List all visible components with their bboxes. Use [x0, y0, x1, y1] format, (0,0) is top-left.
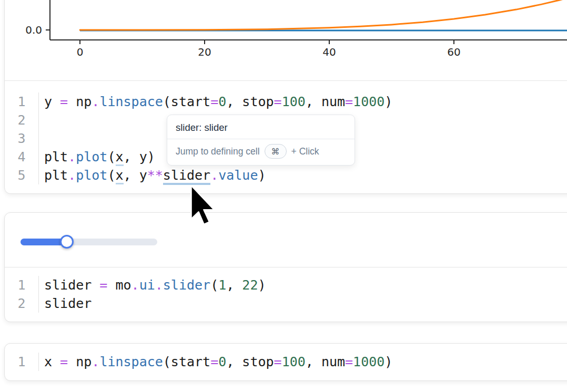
code-line[interactable]: plt.plot(x, y**slider.value)	[44, 166, 567, 184]
command-key-badge: ⌘	[265, 144, 287, 159]
slider-widget[interactable]	[21, 235, 157, 249]
marimo-notebook-page: 12345 y = np.linspace(start=0, stop=100,…	[0, 0, 567, 392]
tooltip-title: slider: slider	[167, 115, 355, 139]
code-line[interactable]: slider = mo.ui.slider(1, 22)	[44, 276, 567, 294]
line-number: 2	[5, 111, 38, 129]
notebook-cell-slider: 12 slider = mo.ui.slider(1, 22)slider	[4, 212, 567, 322]
line-number: 1	[5, 92, 38, 111]
slider-handle[interactable]	[60, 235, 74, 249]
line-number-gutter: 12345	[5, 92, 39, 184]
tooltip-action-label: Jump to defining cell	[176, 146, 260, 157]
command-key-icon: ⌘	[271, 147, 280, 157]
line-number-gutter: 12	[5, 276, 39, 313]
code-lines[interactable]: slider = mo.ui.slider(1, 22)slider	[39, 276, 567, 313]
line-number: 4	[5, 148, 38, 166]
line-number: 1	[5, 276, 38, 294]
code-line[interactable]: slider	[44, 294, 567, 313]
hovered-variable-reference[interactable]: slider	[163, 168, 210, 185]
notebook-cell-x: 1 x = np.linspace(start=0, stop=100, num…	[4, 343, 567, 381]
line-number: 2	[5, 294, 38, 313]
variable-reference[interactable]: x	[116, 149, 124, 166]
code-lines[interactable]: x = np.linspace(start=0, stop=100, num=1…	[39, 353, 567, 371]
slider-output-area	[5, 213, 567, 267]
code-editor-slider-cell[interactable]: 12 slider = mo.ui.slider(1, 22)slider	[5, 267, 567, 322]
variable-reference[interactable]: x	[116, 168, 124, 184]
figure-output-area	[5, 0, 567, 80]
line-number: 1	[5, 353, 38, 371]
line-number: 5	[5, 166, 38, 184]
line-number: 3	[5, 129, 38, 148]
line-number-gutter: 1	[5, 353, 39, 371]
code-editor-x-cell[interactable]: 1 x = np.linspace(start=0, stop=100, num…	[5, 344, 567, 380]
code-line[interactable]: y = np.linspace(start=0, stop=100, num=1…	[44, 92, 567, 111]
variable-hover-tooltip: slider: slider Jump to defining cell ⌘ +…	[167, 115, 355, 166]
tooltip-click-suffix: + Click	[291, 146, 319, 157]
code-line[interactable]: x = np.linspace(start=0, stop=100, num=1…	[44, 353, 567, 371]
